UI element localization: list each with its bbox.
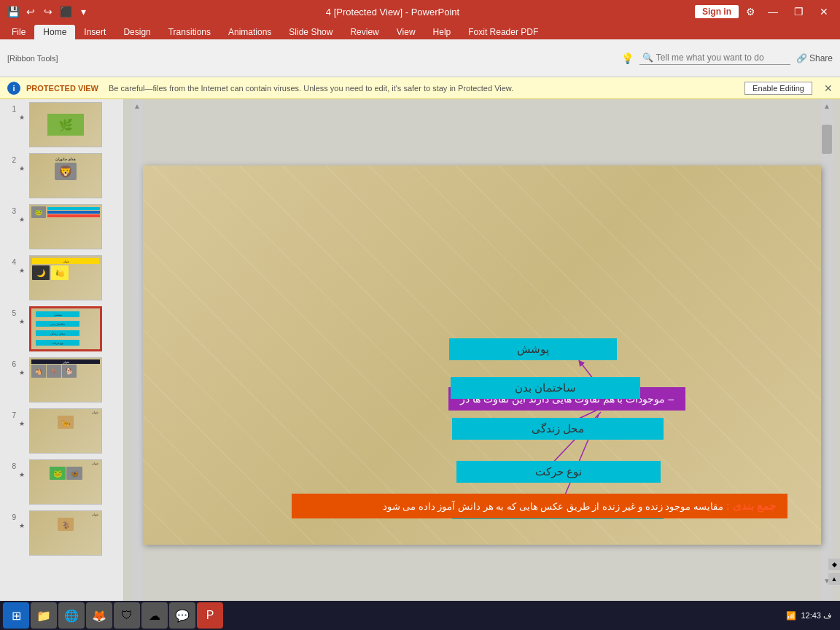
redo-icon[interactable]: ↪ xyxy=(41,4,55,19)
mahallzendegi-box: محل زندگی xyxy=(452,418,664,440)
enable-editing-button[interactable]: Enable Editing xyxy=(744,82,812,95)
slide-thumb-8[interactable]: 8 ★ عنوان 🐸 🦋 xyxy=(0,456,123,508)
thumb-img-2: هدای جانوران 🦁 xyxy=(29,153,102,198)
main-area: 1 ★ 🌿 2 ★ هدای جانوران xyxy=(0,99,840,611)
save-icon[interactable]: 💾 xyxy=(6,4,20,19)
taskbar-chrome[interactable]: 🌐 xyxy=(58,602,85,629)
info-icon: i xyxy=(7,82,20,95)
undo-icon[interactable]: ↩ xyxy=(23,4,38,19)
settings-icon[interactable]: ⚙ xyxy=(743,4,758,19)
slide-star-3: ★ xyxy=(19,204,26,223)
taskbar-firefox[interactable]: 🦊 xyxy=(86,602,112,629)
protected-view-bar: i PROTECTED VIEW Be careful—files from t… xyxy=(0,77,840,99)
slide-star-5: ★ xyxy=(19,306,26,325)
start-button[interactable]: ⊞ xyxy=(3,602,29,629)
slide-num-8: 8 xyxy=(6,459,16,470)
tab-slideshow[interactable]: Slide Show xyxy=(280,25,341,39)
canvas-area: ▲ xyxy=(124,99,840,611)
taskbar-antivirus[interactable]: 🛡 xyxy=(114,602,140,629)
taskbar-explorer[interactable]: 📁 xyxy=(31,602,57,629)
window-title: 4 [Protected View] - PowerPoint xyxy=(90,7,695,18)
poshesh-box: پوشش xyxy=(449,338,617,360)
slide-num-2: 2 xyxy=(6,153,16,164)
sakhtemanbadan-box: ساختمان بدن xyxy=(451,377,640,399)
thumb-img-4: عنوان 🌙 🍋 xyxy=(29,255,102,300)
slide-star-1: ★ xyxy=(19,102,26,121)
ribbon-tabs: File Home Insert Design Transitions Anim… xyxy=(0,23,840,39)
thumb-img-8: عنوان 🐸 🦋 xyxy=(29,459,102,505)
tab-foxit[interactable]: Foxit Reader PDF xyxy=(459,25,547,39)
slide-star-2: ★ xyxy=(19,153,26,172)
slide-star-6: ★ xyxy=(19,357,26,376)
clock: 12:43 ف xyxy=(801,611,831,621)
slide-star-9: ★ xyxy=(19,510,26,529)
slide-num-5: 5 xyxy=(6,306,16,317)
taskbar-right: 📶 12:43 ف xyxy=(786,611,837,621)
tab-view[interactable]: View xyxy=(388,25,424,39)
slide-thumb-3[interactable]: 3 ★ 🐸 xyxy=(0,201,123,252)
taskbar-onedrive[interactable]: ☁ xyxy=(141,602,168,629)
right-scrollbar[interactable]: ▲ ▼ ◆ ▲ xyxy=(821,99,833,611)
slide-num-1: 1 xyxy=(6,102,16,113)
thumb-img-7: عنوان 🐆 xyxy=(29,408,102,454)
tab-animations[interactable]: Animations xyxy=(219,25,280,39)
protected-view-label: PROTECTED VIEW xyxy=(26,84,98,93)
thumb-img-6: عنوان 🐴 🦘 🐕 xyxy=(29,357,102,402)
minimize-button[interactable]: — xyxy=(762,6,784,18)
slide-star-8: ★ xyxy=(19,459,26,478)
slide-num-6: 6 xyxy=(6,357,16,368)
presentation-slide: – موجودات با هم تفاوت هایی دارند این تفا… xyxy=(143,166,821,545)
share-button[interactable]: 🔗 Share xyxy=(796,53,833,63)
record-icon[interactable]: ⬛ xyxy=(58,4,73,19)
slide-star-7: ★ xyxy=(19,408,26,427)
thumb-img-3: 🐸 xyxy=(29,204,102,249)
slide-num-7: 7 xyxy=(6,408,16,419)
nooharakat-box: نوع حرکت xyxy=(456,461,661,483)
tab-review[interactable]: Review xyxy=(341,25,387,39)
slide-num-3: 3 xyxy=(6,204,16,215)
slide-num-9: 9 xyxy=(6,510,16,521)
left-scrollbar[interactable]: ▲ xyxy=(131,99,143,611)
slide-star-4: ★ xyxy=(19,255,26,274)
protected-view-message: Be careful—files from the Internet can c… xyxy=(109,84,739,93)
close-button[interactable]: ✕ xyxy=(814,6,834,18)
tab-design[interactable]: Design xyxy=(114,25,159,39)
search-icon: 🔍 xyxy=(642,52,653,63)
lightbulb-icon: 💡 xyxy=(621,52,634,64)
slide-thumb-1[interactable]: 1 ★ 🌿 xyxy=(0,99,123,150)
tab-file[interactable]: File xyxy=(3,25,34,39)
title-bar: 💾 ↩ ↪ ⬛ ▾ 4 [Protected View] - PowerPoin… xyxy=(0,0,840,23)
thumb-img-9: عنوان 🐐 xyxy=(29,510,102,556)
slide-thumb-6[interactable]: 6 ★ عنوان 🐴 🦘 🐕 xyxy=(0,354,123,405)
taskbar-powerpoint[interactable]: P xyxy=(197,602,223,629)
ribbon-bar: [Ribbon Tools] 💡 🔍 🔗 Share xyxy=(0,39,840,77)
dropdown-icon[interactable]: ▾ xyxy=(76,4,90,19)
slide-content: – موجودات با هم تفاوت هایی دارند این تفا… xyxy=(143,166,821,545)
ribbon-tools: [Ribbon Tools] xyxy=(7,54,58,63)
tab-transitions[interactable]: Transitions xyxy=(160,25,219,39)
tab-insert[interactable]: Insert xyxy=(75,25,114,39)
ribbon-search-area: 💡 🔍 🔗 Share xyxy=(621,51,833,65)
taskbar-skype[interactable]: 💬 xyxy=(169,602,195,629)
titlebar-right: Sign in ⚙ — ❐ ✕ xyxy=(695,4,834,19)
thumb-img-5: پوشش ساختمان بدن محل زندگی نوع حرکت نوع … xyxy=(29,306,102,351)
titlebar-left: 💾 ↩ ↪ ⬛ ▾ xyxy=(6,4,90,19)
protected-view-close[interactable]: ✕ xyxy=(824,82,833,94)
slide-thumb-5[interactable]: 5 ★ پوشش ساختمان بدن محل زندگی نوع حرکت … xyxy=(0,303,123,354)
tell-me-input[interactable] xyxy=(656,52,788,63)
thumb-img-1: 🌿 xyxy=(29,102,102,147)
slide-num-4: 4 xyxy=(6,255,16,266)
wifi-icon: 📶 xyxy=(786,611,796,621)
slide-thumb-7[interactable]: 7 ★ عنوان 🐆 xyxy=(0,405,123,456)
taskbar: ⊞ 📁 🌐 🦊 🛡 ☁ 💬 P 📶 12:43 ف xyxy=(0,601,840,630)
restore-button[interactable]: ❐ xyxy=(788,6,809,18)
tab-home[interactable]: Home xyxy=(34,25,75,39)
slide-panel: 1 ★ 🌿 2 ★ هدای جانوران xyxy=(0,99,124,611)
tab-help[interactable]: Help xyxy=(424,25,460,39)
slide-thumb-2[interactable]: 2 ★ هدای جانوران 🦁 xyxy=(0,150,123,201)
sign-in-button[interactable]: Sign in xyxy=(695,5,739,18)
slide-thumb-9[interactable]: 9 ★ عنوان 🐐 xyxy=(0,508,123,559)
slide-thumb-4[interactable]: 4 ★ عنوان 🌙 🍋 xyxy=(0,252,123,303)
orange-summary-bar: جمع بندی : مقایسه موجود زنده و غیر زنده … xyxy=(292,494,788,518)
